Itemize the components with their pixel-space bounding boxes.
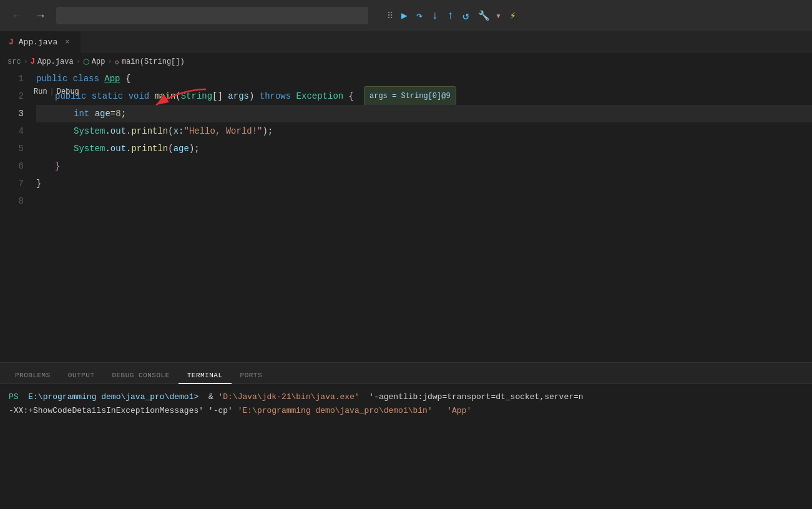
code-line-8	[36, 192, 812, 210]
terminal-space	[438, 406, 443, 415]
code-line-5: System.out.println(age);	[36, 140, 812, 157]
forward-button[interactable]: →	[31, 7, 50, 25]
terminal-java-exe: 'D:\Java\jdk-21\bin\java.exe'	[218, 392, 360, 402]
step-over-icon[interactable]: ↷	[416, 9, 423, 22]
run-icon[interactable]: ▶	[401, 9, 408, 22]
run-debug-overlay: Run | Debug	[34, 87, 79, 96]
back-button[interactable]: ←	[7, 7, 26, 25]
grid-icon[interactable]: ⠿	[387, 11, 393, 21]
code-line-3: ▷ int age=8;	[36, 105, 812, 122]
toolbar-icons: ⠿ ▶ ↷ ↓ ↑ ↺ 🔧 ▾ ⚡	[387, 9, 516, 22]
code-line-4: System.out.println(x:"Hello, World!");	[36, 122, 812, 140]
red-arrow-annotation-2	[31, 99, 36, 130]
tab-bar: J App.java ×	[0, 31, 812, 54]
debug-link[interactable]: Debug	[57, 87, 79, 96]
debug-value: args = String[0]@9	[364, 86, 456, 106]
tab-close-button[interactable]: ×	[62, 37, 72, 48]
code-line-6: }	[36, 157, 812, 175]
terminal-line-2: -XX:+ShowCodeDetailsInExceptionMessages'…	[9, 404, 803, 418]
code-line-1: public class App {	[36, 70, 812, 87]
breadcrumb-sep-2: ›	[76, 57, 81, 66]
search-input[interactable]	[56, 7, 368, 24]
tab-output[interactable]: OUTPUT	[59, 368, 104, 384]
toolbar: ← → ⠿ ▶ ↷ ↓ ↑ ↺ 🔧 ▾ ⚡	[0, 0, 812, 31]
step-into-icon[interactable]: ↓	[431, 9, 438, 22]
breadcrumb-sep-1: ›	[24, 57, 28, 66]
terminal-path: E:\programming demo\java_pro\demo1>	[23, 392, 198, 402]
terminal-cp-path: 'E:\programming demo\java_pro\demo1\bin'	[238, 406, 433, 415]
tab-app-java[interactable]: J App.java ×	[0, 31, 81, 53]
nav-buttons: ← →	[7, 7, 50, 25]
breadcrumb-file[interactable]: App.java	[37, 57, 74, 66]
breadcrumb-class-icon: ⬡	[83, 57, 89, 67]
editor-area: 1 2 3 4 5 6 7 8 Run | Debug public class…	[0, 70, 812, 362]
breadcrumb-sep-3: ›	[107, 57, 112, 66]
step-out-icon[interactable]: ↑	[447, 9, 454, 22]
lightning-icon[interactable]: ⚡	[510, 9, 516, 22]
code-editor[interactable]: Run | Debug public class App { public st…	[31, 70, 812, 362]
terminal-amp: &	[203, 392, 218, 402]
panel-tabs: PROBLEMS OUTPUT DEBUG CONSOLE TERMINAL P…	[0, 363, 812, 384]
bottom-panel: PROBLEMS OUTPUT DEBUG CONSOLE TERMINAL P…	[0, 362, 812, 509]
restart-icon[interactable]: ↺	[462, 9, 469, 22]
breadcrumb-class[interactable]: App	[92, 57, 105, 66]
terminal-line-1: PS E:\programming demo\java_pro\demo1> &…	[9, 390, 803, 404]
terminal-app-class: 'App'	[447, 406, 471, 415]
tab-java-icon: J	[9, 37, 14, 47]
terminal-agent-arg: '-agentlib:jdwp=transport=dt_socket,serv…	[364, 392, 584, 402]
breadcrumb-method-icon: ◇	[115, 57, 119, 67]
terminal-flags: -XX:+ShowCodeDetailsInExceptionMessages'…	[9, 406, 238, 415]
tab-debug-console[interactable]: DEBUG CONSOLE	[103, 368, 178, 384]
breadcrumb-java-icon: J	[31, 57, 35, 66]
terminal-prompt: PS	[9, 392, 19, 402]
code-line-7: }	[36, 175, 812, 192]
breadcrumb-src: src	[7, 57, 21, 66]
tab-label: App.java	[19, 37, 57, 47]
run-debug-separator: |	[50, 87, 54, 96]
run-link[interactable]: Run	[34, 87, 47, 96]
breadcrumb: src › J App.java › ⬡ App › ◇ main(String…	[0, 54, 812, 70]
tab-problems[interactable]: PROBLEMS	[6, 368, 59, 384]
code-line-2: public static void main(String[] args) t…	[36, 87, 812, 105]
breadcrumb-method[interactable]: main(String[])	[122, 57, 185, 66]
tab-terminal[interactable]: TERMINAL	[179, 368, 232, 384]
terminal-content[interactable]: PS E:\programming demo\java_pro\demo1> &…	[0, 384, 812, 509]
tab-ports[interactable]: PORTS	[232, 368, 271, 384]
line-numbers: 1 2 3 4 5 6 7 8	[0, 70, 31, 362]
disconnect-icon[interactable]: 🔧 ▾	[478, 10, 501, 22]
